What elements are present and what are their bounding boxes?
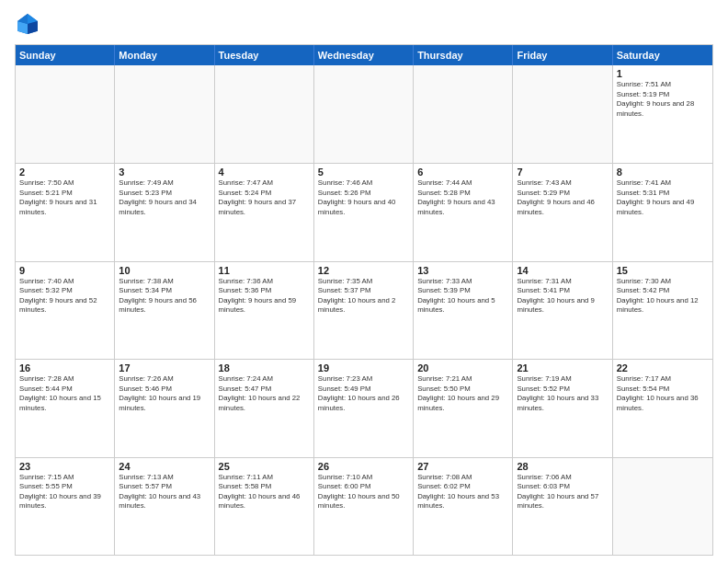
day-info: Sunrise: 7:35 AM Sunset: 5:37 PM Dayligh… <box>318 277 409 316</box>
weekday-header-saturday: Saturday <box>613 45 712 65</box>
calendar-body: 1Sunrise: 7:51 AM Sunset: 5:19 PM Daylig… <box>16 65 712 555</box>
day-info: Sunrise: 7:08 AM Sunset: 6:02 PM Dayligh… <box>417 473 508 511</box>
cal-cell: 17Sunrise: 7:26 AM Sunset: 5:46 PM Dayli… <box>115 360 214 456</box>
day-number: 3 <box>119 167 210 178</box>
weekday-header-monday: Monday <box>115 45 214 65</box>
day-info: Sunrise: 7:38 AM Sunset: 5:34 PM Dayligh… <box>119 277 210 316</box>
cal-cell: 5Sunrise: 7:46 AM Sunset: 5:26 PM Daylig… <box>314 164 414 260</box>
day-info: Sunrise: 7:36 AM Sunset: 5:36 PM Dayligh… <box>219 277 310 316</box>
day-info: Sunrise: 7:06 AM Sunset: 6:03 PM Dayligh… <box>517 473 608 511</box>
cal-cell <box>414 65 513 163</box>
cal-cell: 21Sunrise: 7:19 AM Sunset: 5:52 PM Dayli… <box>513 360 612 456</box>
day-info: Sunrise: 7:23 AM Sunset: 5:49 PM Dayligh… <box>318 374 409 413</box>
logo <box>15 11 44 37</box>
week-row-4: 16Sunrise: 7:28 AM Sunset: 5:44 PM Dayli… <box>16 359 712 456</box>
day-number: 21 <box>517 362 608 373</box>
cal-cell: 8Sunrise: 7:41 AM Sunset: 5:31 PM Daylig… <box>613 164 712 260</box>
cal-cell: 2Sunrise: 7:50 AM Sunset: 5:21 PM Daylig… <box>16 164 115 260</box>
cal-cell: 11Sunrise: 7:36 AM Sunset: 5:36 PM Dayli… <box>215 262 314 359</box>
cal-cell: 26Sunrise: 7:10 AM Sunset: 6:00 PM Dayli… <box>314 458 414 555</box>
cal-cell <box>16 65 115 163</box>
day-number: 15 <box>617 265 709 276</box>
day-info: Sunrise: 7:50 AM Sunset: 5:21 PM Dayligh… <box>19 178 110 217</box>
weekday-header-sunday: Sunday <box>16 45 115 65</box>
day-number: 19 <box>318 362 409 373</box>
day-info: Sunrise: 7:47 AM Sunset: 5:24 PM Dayligh… <box>219 178 310 217</box>
day-info: Sunrise: 7:28 AM Sunset: 5:44 PM Dayligh… <box>19 374 110 413</box>
day-number: 8 <box>617 167 709 178</box>
day-number: 26 <box>318 461 409 472</box>
cal-cell: 23Sunrise: 7:15 AM Sunset: 5:55 PM Dayli… <box>16 458 115 555</box>
cal-cell: 27Sunrise: 7:08 AM Sunset: 6:02 PM Dayli… <box>414 458 513 555</box>
week-row-5: 23Sunrise: 7:15 AM Sunset: 5:55 PM Dayli… <box>16 457 712 555</box>
page: SundayMondayTuesdayWednesdayThursdayFrid… <box>0 0 728 563</box>
day-info: Sunrise: 7:44 AM Sunset: 5:28 PM Dayligh… <box>417 178 508 217</box>
cal-cell <box>613 458 712 555</box>
day-number: 28 <box>517 461 608 472</box>
week-row-2: 2Sunrise: 7:50 AM Sunset: 5:21 PM Daylig… <box>16 163 712 260</box>
cal-cell: 28Sunrise: 7:06 AM Sunset: 6:03 PM Dayli… <box>513 458 612 555</box>
cal-cell: 14Sunrise: 7:31 AM Sunset: 5:41 PM Dayli… <box>513 262 612 359</box>
day-info: Sunrise: 7:26 AM Sunset: 5:46 PM Dayligh… <box>119 374 210 413</box>
day-info: Sunrise: 7:33 AM Sunset: 5:39 PM Dayligh… <box>417 277 508 316</box>
week-row-3: 9Sunrise: 7:40 AM Sunset: 5:32 PM Daylig… <box>16 261 712 359</box>
cal-cell <box>115 65 214 163</box>
day-info: Sunrise: 7:17 AM Sunset: 5:54 PM Dayligh… <box>617 374 709 413</box>
day-info: Sunrise: 7:21 AM Sunset: 5:50 PM Dayligh… <box>417 374 508 413</box>
day-info: Sunrise: 7:10 AM Sunset: 6:00 PM Dayligh… <box>318 473 409 511</box>
header <box>15 11 713 37</box>
cal-cell: 15Sunrise: 7:30 AM Sunset: 5:42 PM Dayli… <box>613 262 712 359</box>
cal-cell: 20Sunrise: 7:21 AM Sunset: 5:50 PM Dayli… <box>414 360 513 456</box>
weekday-header-friday: Friday <box>513 45 612 65</box>
day-number: 6 <box>417 167 508 178</box>
cal-cell: 6Sunrise: 7:44 AM Sunset: 5:28 PM Daylig… <box>414 164 513 260</box>
day-number: 7 <box>517 167 608 178</box>
day-number: 16 <box>19 362 110 373</box>
day-info: Sunrise: 7:11 AM Sunset: 5:58 PM Dayligh… <box>219 473 310 511</box>
week-row-1: 1Sunrise: 7:51 AM Sunset: 5:19 PM Daylig… <box>16 65 712 163</box>
calendar: SundayMondayTuesdayWednesdayThursdayFrid… <box>15 44 713 556</box>
cal-cell: 13Sunrise: 7:33 AM Sunset: 5:39 PM Dayli… <box>414 262 513 359</box>
day-info: Sunrise: 7:41 AM Sunset: 5:31 PM Dayligh… <box>617 178 709 217</box>
day-number: 23 <box>19 461 110 472</box>
day-number: 22 <box>617 362 709 373</box>
cal-cell: 10Sunrise: 7:38 AM Sunset: 5:34 PM Dayli… <box>115 262 214 359</box>
day-info: Sunrise: 7:46 AM Sunset: 5:26 PM Dayligh… <box>318 178 409 217</box>
weekday-header-wednesday: Wednesday <box>314 45 414 65</box>
day-number: 9 <box>19 265 110 276</box>
day-number: 4 <box>219 167 310 178</box>
cal-cell: 22Sunrise: 7:17 AM Sunset: 5:54 PM Dayli… <box>613 360 712 456</box>
cal-cell: 18Sunrise: 7:24 AM Sunset: 5:47 PM Dayli… <box>215 360 314 456</box>
day-info: Sunrise: 7:51 AM Sunset: 5:19 PM Dayligh… <box>617 80 709 119</box>
cal-cell: 19Sunrise: 7:23 AM Sunset: 5:49 PM Dayli… <box>314 360 414 456</box>
cal-cell: 25Sunrise: 7:11 AM Sunset: 5:58 PM Dayli… <box>215 458 314 555</box>
day-info: Sunrise: 7:30 AM Sunset: 5:42 PM Dayligh… <box>617 277 709 316</box>
day-number: 18 <box>219 362 310 373</box>
day-number: 24 <box>119 461 210 472</box>
day-number: 2 <box>19 167 110 178</box>
day-number: 13 <box>417 265 508 276</box>
cal-cell: 7Sunrise: 7:43 AM Sunset: 5:29 PM Daylig… <box>513 164 612 260</box>
cal-cell: 12Sunrise: 7:35 AM Sunset: 5:37 PM Dayli… <box>314 262 414 359</box>
weekday-header-tuesday: Tuesday <box>215 45 314 65</box>
cal-cell <box>513 65 612 163</box>
weekday-header-thursday: Thursday <box>414 45 513 65</box>
cal-cell: 9Sunrise: 7:40 AM Sunset: 5:32 PM Daylig… <box>16 262 115 359</box>
cal-cell: 4Sunrise: 7:47 AM Sunset: 5:24 PM Daylig… <box>215 164 314 260</box>
day-info: Sunrise: 7:15 AM Sunset: 5:55 PM Dayligh… <box>19 473 110 511</box>
cal-cell <box>215 65 314 163</box>
cal-cell: 3Sunrise: 7:49 AM Sunset: 5:23 PM Daylig… <box>115 164 214 260</box>
day-info: Sunrise: 7:31 AM Sunset: 5:41 PM Dayligh… <box>517 277 608 316</box>
logo-icon <box>15 11 40 37</box>
day-info: Sunrise: 7:49 AM Sunset: 5:23 PM Dayligh… <box>119 178 210 217</box>
day-info: Sunrise: 7:40 AM Sunset: 5:32 PM Dayligh… <box>19 277 110 316</box>
calendar-header: SundayMondayTuesdayWednesdayThursdayFrid… <box>16 45 712 65</box>
day-number: 11 <box>219 265 310 276</box>
day-number: 1 <box>617 68 709 79</box>
cal-cell: 24Sunrise: 7:13 AM Sunset: 5:57 PM Dayli… <box>115 458 214 555</box>
day-number: 5 <box>318 167 409 178</box>
cal-cell: 16Sunrise: 7:28 AM Sunset: 5:44 PM Dayli… <box>16 360 115 456</box>
day-number: 27 <box>417 461 508 472</box>
day-number: 12 <box>318 265 409 276</box>
day-info: Sunrise: 7:13 AM Sunset: 5:57 PM Dayligh… <box>119 473 210 511</box>
